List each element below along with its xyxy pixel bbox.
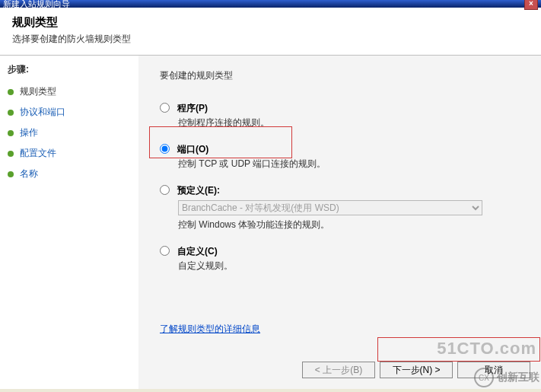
sidebar-item-label: 配置文件	[20, 147, 56, 160]
radio-program[interactable]	[160, 103, 170, 113]
option-label: 端口(O)	[177, 143, 208, 156]
back-button[interactable]: < 上一步(B)	[302, 362, 375, 378]
bullet-icon	[8, 89, 14, 95]
option-desc: 控制 Windows 体验功能连接的规则。	[178, 218, 520, 231]
bullet-icon	[8, 171, 14, 177]
option-predefined: 预定义(E): BranchCache - 对等机发现(使用 WSD) 控制 W…	[160, 184, 520, 231]
option-label: 程序(P)	[177, 102, 208, 115]
sidebar-item-label: 操作	[20, 126, 38, 139]
learn-more-link[interactable]: 了解规则类型的详细信息	[160, 323, 260, 336]
option-label: 自定义(C)	[177, 245, 218, 258]
option-desc: 自定义规则。	[178, 260, 520, 272]
option-port: 端口(O) 控制 TCP 或 UDP 端口连接的规则。	[160, 143, 520, 171]
sidebar-item-label: 规则类型	[20, 85, 56, 98]
question-text: 要创建的规则类型	[160, 69, 520, 82]
option-custom: 自定义(C) 自定义规则。	[160, 245, 520, 272]
steps-title: 步骤:	[8, 63, 138, 76]
next-button[interactable]: 下一步(N) >	[380, 362, 453, 378]
wizard-body: 步骤: 规则类型 协议和端口 操作 配置文件 名称 要创建的规则类型 程序(P)…	[0, 56, 541, 389]
page-subtitle: 选择要创建的防火墙规则类型	[12, 33, 529, 46]
option-label: 预定义(E):	[177, 184, 220, 197]
sidebar-item-label: 协议和端口	[20, 106, 65, 119]
option-desc: 控制程序连接的规则。	[178, 116, 520, 129]
sidebar-item-action[interactable]: 操作	[8, 126, 138, 139]
page-title: 规则类型	[12, 15, 529, 30]
steps-sidebar: 步骤: 规则类型 协议和端口 操作 配置文件 名称	[0, 56, 138, 389]
close-icon[interactable]: ×	[524, 0, 538, 10]
window-title: 新建入站规则向导	[3, 0, 70, 10]
radio-custom[interactable]	[160, 246, 170, 256]
sidebar-item-profile[interactable]: 配置文件	[8, 147, 138, 160]
option-program: 程序(P) 控制程序连接的规则。	[160, 102, 520, 129]
bullet-icon	[8, 151, 14, 157]
sidebar-item-protocol[interactable]: 协议和端口	[8, 106, 138, 119]
sidebar-item-name[interactable]: 名称	[8, 167, 138, 180]
bullet-icon	[8, 130, 14, 136]
bullet-icon	[8, 110, 14, 116]
sidebar-item-rule-type[interactable]: 规则类型	[8, 85, 138, 98]
option-desc: 控制 TCP 或 UDP 端口连接的规则。	[178, 158, 520, 171]
radio-predefined[interactable]	[160, 185, 170, 195]
radio-port[interactable]	[160, 144, 170, 154]
titlebar: 新建入站规则向导 ×	[0, 0, 541, 8]
sidebar-item-label: 名称	[20, 167, 38, 180]
cancel-button[interactable]: 取消	[457, 362, 530, 378]
content-pane: 要创建的规则类型 程序(P) 控制程序连接的规则。 端口(O) 控制 TCP 或…	[138, 56, 541, 389]
wizard-buttons: < 上一步(B) 下一步(N) > 取消	[302, 362, 530, 378]
predefined-select[interactable]: BranchCache - 对等机发现(使用 WSD)	[178, 200, 482, 215]
wizard-header: 规则类型 选择要创建的防火墙规则类型	[0, 8, 541, 56]
